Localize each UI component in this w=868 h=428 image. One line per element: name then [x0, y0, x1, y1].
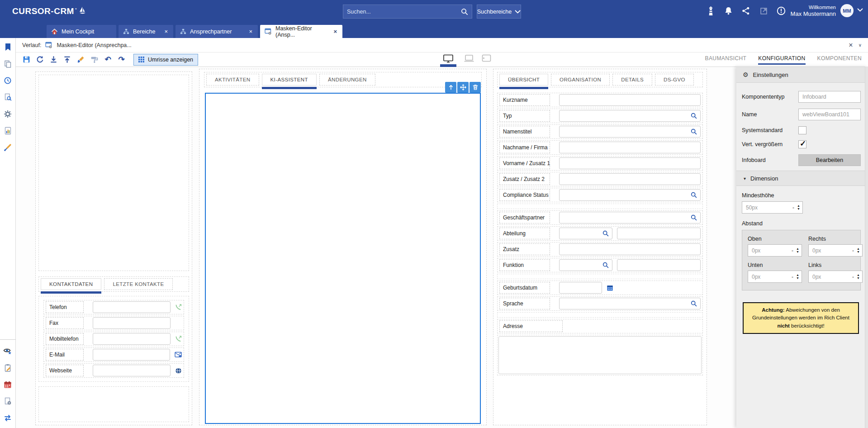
- field-row-vorname[interactable]: Vorname / Zusatz 1: [497, 156, 703, 171]
- document-gear-icon[interactable]: [2, 396, 13, 407]
- selected-component-stage[interactable]: [205, 93, 481, 424]
- close-tab-icon[interactable]: ×: [332, 29, 338, 34]
- field-row-abteilung[interactable]: Abteilung: [497, 226, 703, 241]
- history-clock-icon[interactable]: [2, 75, 13, 86]
- lookup-search-icon[interactable]: [602, 262, 609, 268]
- field-row-compliance[interactable]: Compliance Status: [497, 188, 703, 202]
- tab-masken-editor[interactable]: Masken-Editor (Ansp... ×: [260, 25, 342, 38]
- field-row-adresse[interactable]: Adresse: [497, 319, 703, 333]
- namenstitel-input[interactable]: [559, 126, 701, 138]
- spin-down-icon[interactable]: ▼: [797, 208, 800, 211]
- tab-komponenten[interactable]: KOMPONENTEN: [817, 55, 862, 63]
- field-row-mobiltelefon[interactable]: Mobiltelefon: [43, 332, 184, 346]
- systemstandard-checkbox[interactable]: [798, 126, 806, 134]
- nachname-input[interactable]: [559, 142, 701, 153]
- field-label[interactable]: Abteilung: [499, 228, 550, 239]
- zusatz2-input[interactable]: [559, 173, 701, 185]
- vert-vergroessern-checkbox[interactable]: ✓: [798, 140, 806, 148]
- field-row-zusatz[interactable]: Zusatz: [497, 242, 703, 257]
- field-label[interactable]: Compliance Status: [499, 189, 550, 201]
- zusatz-input[interactable]: [559, 243, 701, 255]
- adresse-textarea[interactable]: [498, 336, 702, 374]
- field-row-telefon[interactable]: Telefon: [43, 300, 184, 314]
- geburtsdatum-input[interactable]: [559, 282, 602, 294]
- save-icon[interactable]: [20, 54, 33, 66]
- close-panel-icon[interactable]: ×: [849, 41, 853, 49]
- close-tab-icon[interactable]: ×: [163, 29, 169, 34]
- lookup-search-icon[interactable]: [691, 214, 697, 221]
- komponententyp-input[interactable]: Infoboard: [798, 91, 861, 103]
- mindesthoehe-spinner[interactable]: 50px - ▲▼: [742, 201, 803, 214]
- lookup-search-icon[interactable]: [691, 192, 697, 198]
- funktion-key-input[interactable]: [559, 259, 612, 271]
- vorname-input[interactable]: [559, 157, 701, 169]
- field-row-geschaeftspartner[interactable]: Geschäftspartner: [497, 210, 703, 225]
- tab-aktivitaeten[interactable]: AKTIVITÄTEN: [206, 74, 259, 86]
- move-drag-button[interactable]: [457, 82, 469, 93]
- tab-ansprechpartner[interactable]: Ansprechpartner ×: [175, 25, 258, 38]
- notifications-bell-icon[interactable]: [723, 6, 733, 16]
- field-label[interactable]: Zusatz: [499, 243, 550, 255]
- export-upload-icon[interactable]: [61, 54, 73, 66]
- tab-baumansicht[interactable]: BAUMANSICHT: [705, 55, 747, 63]
- field-row-nachname[interactable]: Nachname / Firma: [497, 140, 703, 155]
- desktop-preview-button[interactable]: [440, 54, 456, 67]
- field-label[interactable]: Mobiltelefon: [46, 333, 84, 345]
- tab-mein-cockpit[interactable]: Mein Cockpit: [47, 25, 116, 38]
- calendar-icon[interactable]: [2, 379, 13, 390]
- field-row-zusatz2[interactable]: Zusatz / Zusatz 2: [497, 172, 703, 186]
- watch-favorite-eye-icon[interactable]: [2, 346, 13, 357]
- mobiltelefon-input[interactable]: [93, 333, 171, 345]
- empty-component-area[interactable]: [38, 386, 189, 422]
- field-label[interactable]: Fax: [46, 317, 84, 329]
- copy-pages-icon[interactable]: [2, 58, 13, 69]
- redo-icon[interactable]: ↷: [115, 54, 128, 66]
- field-label[interactable]: Sprache: [499, 298, 550, 309]
- paint-roller-icon[interactable]: [88, 54, 100, 66]
- swap-arrows-icon[interactable]: [2, 413, 13, 423]
- field-label[interactable]: Geburtsdatum: [499, 282, 550, 294]
- lookup-search-icon[interactable]: [691, 113, 697, 119]
- email-input[interactable]: [93, 349, 170, 361]
- share-icon[interactable]: [741, 6, 751, 16]
- spin-down-icon[interactable]: ▼: [796, 277, 799, 280]
- abteilung-text-input[interactable]: [617, 228, 701, 239]
- field-row-webseite[interactable]: Webseite: [43, 363, 184, 378]
- funktion-text-input[interactable]: [617, 259, 701, 271]
- brush-icon[interactable]: [75, 54, 87, 66]
- telefon-input[interactable]: [93, 301, 171, 313]
- spin-down-icon[interactable]: ▼: [796, 251, 799, 254]
- field-row-funktion[interactable]: Funktion: [497, 258, 703, 272]
- field-label[interactable]: Typ: [499, 110, 550, 122]
- lookup-search-icon[interactable]: [691, 300, 697, 307]
- tools-icon[interactable]: [2, 142, 13, 153]
- clipboard-edit-icon[interactable]: [2, 362, 13, 373]
- field-label[interactable]: Geschäftspartner: [499, 212, 550, 224]
- empty-component-area[interactable]: [38, 75, 189, 271]
- tablet-preview-button[interactable]: [482, 54, 491, 62]
- field-row-geburtsdatum[interactable]: Geburtsdatum: [497, 281, 703, 295]
- rechts-spinner[interactable]: 0px - ▲▼: [808, 244, 863, 257]
- geschaeftspartner-input[interactable]: [559, 212, 701, 224]
- panel-center-ki[interactable]: AKTIVITÄTEN KI-ASSISTENT ÄNDERUNGEN: [199, 69, 487, 425]
- user-menu-chevron-icon[interactable]: [857, 8, 863, 12]
- field-label[interactable]: E-Mail: [46, 349, 84, 361]
- laptop-preview-button[interactable]: [464, 54, 474, 63]
- gear-icon[interactable]: [2, 109, 13, 119]
- dimension-section-header[interactable]: ▾ Dimension: [736, 171, 868, 186]
- history-entry[interactable]: Masken-Editor (Ansprechpa...: [57, 42, 131, 48]
- field-label[interactable]: Zusatz / Zusatz 2: [499, 173, 550, 185]
- infoboard-edit-button[interactable]: Bearbeiten: [798, 154, 861, 166]
- open-external-icon[interactable]: [759, 6, 768, 16]
- field-row-sprache[interactable]: Sprache: [497, 296, 703, 311]
- field-label[interactable]: Namenstitel: [499, 126, 550, 138]
- field-label[interactable]: Adresse: [499, 320, 563, 332]
- search-input[interactable]: [347, 9, 461, 15]
- lighthouse-icon[interactable]: [706, 6, 716, 16]
- field-label[interactable]: Nachname / Firma: [499, 142, 550, 153]
- field-row-namenstitel[interactable]: Namenstitel: [497, 124, 703, 139]
- spin-down-icon[interactable]: ▼: [857, 251, 860, 254]
- spin-down-icon[interactable]: ▼: [857, 277, 860, 280]
- field-row-fax[interactable]: Fax: [43, 316, 184, 330]
- collapse-panel-icon[interactable]: ∨: [859, 43, 862, 48]
